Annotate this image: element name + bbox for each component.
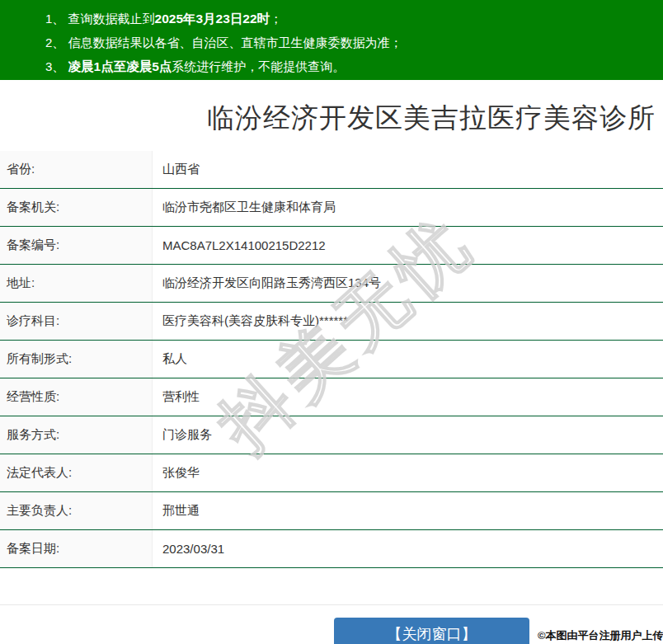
page-title: 临汾经济开发区美吉拉医疗美容诊所 (200, 100, 663, 136)
row-value: 临汾市尧都区卫生健康和体育局 (153, 189, 663, 226)
notice-line-1-post: ； (270, 12, 282, 26)
table-row: 主要负责人: 邢世通 (0, 492, 663, 530)
table-row: 备案机关: 临汾市尧都区卫生健康和体育局 (0, 189, 663, 227)
notice-line-1: 1、 查询数据截止到2025年3月23日22时； (45, 7, 655, 31)
row-label: 经营性质: (0, 378, 153, 416)
table-row: 备案编号: MAC8A7L2X14100215D2212 (0, 227, 663, 265)
table-row: 所有制形式: 私人 (0, 341, 663, 378)
row-label: 备案日期: (0, 530, 153, 567)
notice-banner: 1、 查询数据截止到2025年3月23日22时； 2、 信息数据结果以各省、自治… (0, 0, 663, 80)
table-row: 备案日期: 2023/03/31 (0, 530, 663, 568)
record-table: 省份: 山西省 备案机关: 临汾市尧都区卫生健康和体育局 备案编号: MAC8A… (0, 151, 663, 568)
notice-line-3: 3、 凌晨1点至凌晨5点系统进行维护，不能提供查询。 (45, 54, 655, 78)
row-value: 私人 (153, 341, 663, 378)
row-label: 服务方式: (0, 416, 153, 454)
row-label: 备案编号: (0, 227, 153, 264)
table-row: 地址: 临汾经济开发区向阳路玉秀湾西区134号 (0, 265, 663, 303)
table-row: 省份: 山西省 (0, 151, 663, 189)
table-row: 诊疗科目: 医疗美容科(美容皮肤科专业)****** (0, 303, 663, 341)
row-value: 邢世通 (153, 492, 663, 529)
row-label: 地址: (0, 265, 153, 302)
row-label: 所有制形式: (0, 341, 153, 378)
row-label: 法定代表人: (0, 454, 153, 491)
row-value: MAC8A7L2X14100215D2212 (153, 227, 663, 264)
notice-line-3-bold: 凌晨1点至凌晨5点 (68, 59, 172, 73)
row-value: 张俊华 (153, 454, 663, 491)
notice-line-2-pre: 2、 信息数据结果以各省、自治区、直辖市卫生健康委数据为准； (45, 35, 402, 49)
upload-stamp: ©本图由平台注册用户上传 (538, 628, 663, 643)
row-value: 医疗美容科(美容皮肤科专业)****** (153, 303, 663, 340)
row-label: 诊疗科目: (0, 303, 153, 340)
row-value: 营利性 (153, 378, 663, 416)
row-value: 门诊服务 (153, 416, 663, 454)
notice-line-3-post: 系统进行维护，不能提供查询。 (172, 59, 345, 73)
notice-line-1-bold: 2025年3月23日22时 (155, 12, 270, 26)
row-label: 主要负责人: (0, 492, 153, 529)
notice-line-1-pre: 1、 查询数据截止到 (45, 12, 155, 26)
close-window-button[interactable]: 【关闭窗口】 (334, 618, 529, 644)
query-result-page: 1、 查询数据截止到2025年3月23日22时； 2、 信息数据结果以各省、自治… (0, 0, 663, 644)
row-value: 临汾经济开发区向阳路玉秀湾西区134号 (153, 265, 663, 302)
row-value: 2023/03/31 (153, 530, 663, 567)
notice-line-2: 2、 信息数据结果以各省、自治区、直辖市卫生健康委数据为准； (45, 31, 655, 54)
notice-line-3-pre: 3、 (45, 59, 68, 73)
table-row: 法定代表人: 张俊华 (0, 454, 663, 492)
row-label: 省份: (0, 151, 153, 188)
table-row: 服务方式: 门诊服务 (0, 416, 663, 454)
table-row: 经营性质: 营利性 (0, 378, 663, 416)
row-value: 山西省 (153, 151, 663, 188)
row-label: 备案机关: (0, 189, 153, 226)
